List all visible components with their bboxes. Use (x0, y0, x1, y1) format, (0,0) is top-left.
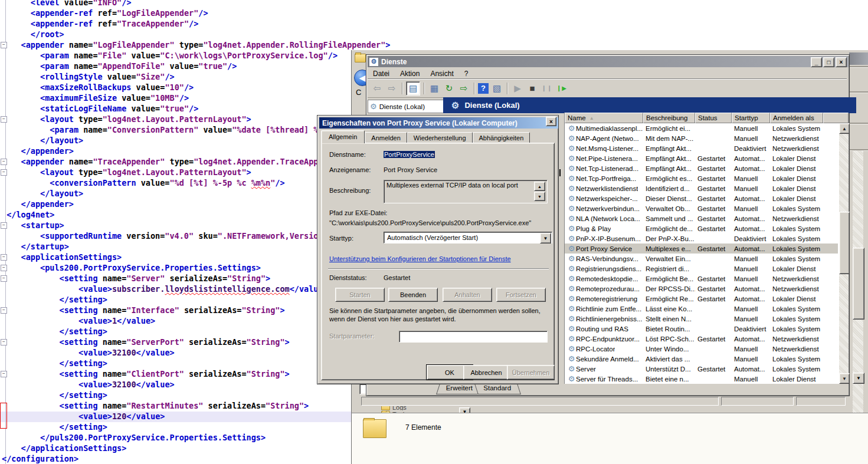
service-row[interactable]: ⚙Richtlinie zum Entfe...Lässt eine Ko...… (565, 304, 838, 314)
gears-icon: ⚙ (567, 295, 576, 302)
service-row[interactable]: ⚙PnP-X-IP-Busenum...Der PnP-X-Bu...Deakt… (565, 233, 838, 243)
beschreibung-field[interactable]: Multiplexes external TCP/IP data on loca… (384, 180, 548, 203)
refresh-button[interactable]: ↻ (443, 82, 456, 95)
service-starttype-cell: Automat... (732, 165, 770, 172)
scroll-down-icon[interactable]: ▼ (534, 192, 545, 201)
service-row[interactable]: ⚙RemoteregistrierungErmöglicht Re...Gest… (565, 294, 838, 304)
service-starttype-cell: Automat... (732, 225, 770, 232)
dialog-tab-anmelden[interactable]: Anmelden (365, 132, 407, 143)
fortsetzen-button[interactable]: Fortsetzen (496, 288, 546, 302)
window-title: Dienste (381, 58, 407, 66)
gears-icon: ⚙ (567, 124, 576, 132)
service-row[interactable]: ⚙NLA (Network Loca...Sammelt und ...Gest… (565, 213, 838, 223)
abbrechen-button[interactable]: Abbrechen (463, 365, 509, 380)
restart-button[interactable]: ❙▶ (555, 82, 568, 95)
dialog-tab-wiederherstellung[interactable]: Wiederherstellung (407, 132, 473, 143)
service-row[interactable]: ⚙Net.Tcp-Listenerad...Empfängt Akt...Ges… (565, 163, 838, 173)
pfad-label: Pfad zur EXE-Datei: (329, 209, 387, 216)
close-icon[interactable]: × (546, 117, 556, 126)
service-row[interactable]: ⚙Net.Tcp-Portfreiga...Ermöglicht es...Ge… (565, 173, 838, 183)
start-button[interactable]: ▶ (511, 82, 524, 95)
service-row[interactable]: ⚙Remoteprozedurau...Der RPCSS-Di...Gesta… (565, 284, 838, 294)
menu-item-aktion[interactable]: Aktion (395, 68, 425, 79)
view-tab-standard[interactable]: Standard (474, 384, 521, 394)
service-row-selected[interactable]: ⚙Port Proxy ServiceMultiplexes e...Gesta… (565, 243, 838, 254)
service-starttype-cell: Automat... (732, 215, 770, 222)
maximize-button[interactable]: □ (823, 57, 834, 67)
service-row[interactable]: ⚙NAP-Agent (Netwo...Mit dem NAP-...Manue… (565, 133, 838, 143)
startparameter-label: Startparameter: (329, 333, 374, 340)
back-button[interactable]: ⇦ (371, 82, 384, 95)
scroll-down-icon[interactable]: ▼ (839, 373, 850, 384)
service-row[interactable]: ⚙RPC-Endpunktzuor...Löst RPC-Sch...Gesta… (565, 334, 838, 344)
menu-item-?[interactable]: ? (459, 68, 474, 79)
scroll-up-icon[interactable]: ▲ (534, 182, 545, 191)
gears-icon: ⚙ (567, 275, 576, 282)
service-status-cell: Gestartet (695, 185, 732, 192)
service-logonas-cell: Netzwerkdienst (770, 345, 823, 353)
anzeigename-value[interactable]: Port Proxy Service (384, 166, 437, 173)
service-row[interactable]: ⚙NetzwerklistendienstIdentifiziert d...G… (565, 183, 838, 193)
help-button[interactable]: ? (478, 83, 489, 94)
scrollbar-thumb[interactable] (839, 212, 850, 274)
service-row[interactable]: ⚙RPC-LocatorUnter Windo...ManuellNetzwer… (565, 344, 838, 354)
service-starttype-cell: Automat... (732, 195, 770, 202)
ubernehmen-button[interactable]: Übernehmen (507, 365, 555, 380)
service-row[interactable]: ⚙Netzwerkspeicher-...Dieser Dienst...Ges… (565, 193, 838, 203)
action-pane-button[interactable]: ▧ (490, 82, 503, 95)
service-row[interactable]: ⚙Net.Pipe-Listenera...Empfängt Akt...Ges… (565, 153, 838, 163)
gears-icon: ⚙ (370, 103, 377, 110)
scroll-down-icon[interactable]: ▼ (853, 373, 864, 384)
starten-button[interactable]: Starten (335, 288, 385, 302)
minimize-button[interactable]: _ (811, 57, 822, 67)
startparameter-input[interactable] (399, 331, 548, 343)
table-scrollbar[interactable]: ▲ ▼ (839, 123, 849, 384)
toolbar-separator (507, 83, 507, 94)
service-row[interactable]: ⚙Multimediaklassenpl...Ermöglicht ei...M… (565, 123, 838, 133)
scroll-up-icon[interactable]: ▲ (839, 123, 850, 134)
dialog-tab-abhangigkeiten[interactable]: Abhängigkeiten (473, 132, 530, 143)
service-row[interactable]: ⚙RAS-Verbindungsv...Verwaltet Ein...Manu… (565, 254, 838, 264)
service-row[interactable]: ⚙Sekundäre Anmeld...Aktiviert das ...Man… (565, 354, 838, 364)
service-row[interactable]: ⚙Remotedesktopdie...Ermöglicht Be...Gest… (565, 274, 838, 284)
properties-button[interactable]: ▦ (428, 82, 441, 95)
gears-icon: ⚙ (567, 315, 576, 323)
service-row[interactable]: ⚙Routing und RASBietet Routin...Deaktivi… (565, 324, 838, 334)
service-row[interactable]: ⚙Netzwerkverbindun...Verwaltet Ob...Gest… (565, 203, 838, 213)
startoptions-help-link[interactable]: Unterstützung beim Konfigurieren der Sta… (329, 255, 511, 262)
stop-button[interactable]: ■ (526, 82, 539, 95)
column-header-name[interactable]: Name▲ (565, 113, 643, 123)
service-row[interactable]: ⚙Net.Msmq-Listener...Empfängt Akt...Deak… (565, 143, 838, 153)
dienstname-value[interactable]: PortProxyService (384, 151, 435, 158)
gears-icon: ⚙ (567, 285, 576, 292)
pause-button[interactable]: ❙❙ (541, 82, 553, 95)
column-header-anmelden-als[interactable]: Anmelden als (770, 113, 823, 123)
service-row[interactable]: ⚙Server für Threads...Bietet eine n...Ma… (565, 374, 838, 384)
forward-button[interactable]: ⇨ (385, 82, 398, 95)
column-header-starttyp[interactable]: Starttyp (732, 113, 770, 123)
export-list-button[interactable]: ⇨ (457, 82, 470, 95)
column-header-status[interactable]: Status (695, 113, 732, 123)
beenden-button[interactable]: Beenden (388, 288, 438, 302)
menu-item-ansicht[interactable]: Ansicht (425, 68, 458, 79)
show-tree-button[interactable]: ▤ (406, 81, 420, 96)
console-tree-item-dienste-lokal[interactable]: ⚙ Dienste (Lokal) (368, 100, 444, 113)
menu-item-datei[interactable]: Datei (368, 68, 395, 79)
column-label: Status (698, 114, 718, 121)
explorer-scrollbar-thumb[interactable] (853, 248, 864, 320)
services-titlebar[interactable]: ⚙ Dienste _ □ × (368, 56, 849, 67)
dialog-tab-allgemein[interactable]: Allgemein (321, 130, 365, 143)
service-logonas-cell: Netzwerkdienst (770, 335, 823, 343)
column-header-beschreibung[interactable]: Beschreibung (643, 113, 695, 123)
service-row[interactable]: ⚙ServerUnterstützt D...GestartetAutomat.… (565, 364, 838, 374)
service-row[interactable]: ⚙Richtlinienergebniss...Stellt einen N..… (565, 314, 838, 324)
dialog-titlebar[interactable]: Eigenschaften von Port Proxy Service (Lo… (319, 117, 558, 129)
starttyp-select[interactable]: Automatisch (Verzögerter Start) ▼ (384, 232, 552, 243)
pane-splitter[interactable] (559, 169, 561, 176)
close-button[interactable]: × (836, 57, 847, 67)
service-row[interactable]: ⚙Registrierungsdiens...Registriert di...… (565, 264, 838, 274)
service-logonas-cell: Lokaler Dienst (770, 265, 823, 272)
service-row[interactable]: ⚙Plug & PlayErmöglicht de...GestartetAut… (565, 223, 838, 233)
chevron-down-icon[interactable]: ▼ (540, 233, 551, 243)
anhalten-button[interactable]: Anhalten (443, 288, 492, 302)
